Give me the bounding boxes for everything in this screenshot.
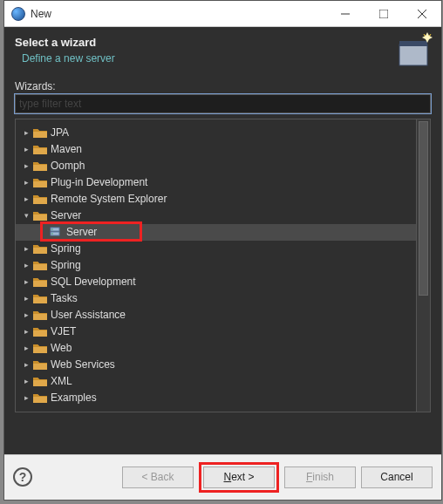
svg-rect-5 [399,41,427,46]
chevron-right-icon[interactable]: ▸ [21,261,31,269]
svg-point-10 [51,228,53,230]
tree-item-label: Spring [51,259,81,271]
wizard-tree[interactable]: ▸JPA▸Maven▸Oomph▸Plug-in Development▸Rem… [16,119,416,412]
chevron-right-icon[interactable]: ▸ [21,393,31,402]
tree-item-label: Examples [51,392,97,404]
tree-item[interactable]: ▸Web Services [16,357,416,373]
folder-icon [33,358,47,371]
tree-container: ▸JPA▸Maven▸Oomph▸Plug-in Development▸Rem… [15,119,431,412]
chevron-right-icon[interactable]: ▸ [21,377,31,385]
tree-item[interactable]: ▸User Assistance [16,307,416,324]
chevron-right-icon[interactable]: ▸ [21,294,31,303]
tree-item[interactable]: ▸Remote System Explorer [16,191,416,208]
tree-item-label: Server [66,226,97,238]
chevron-right-icon[interactable]: ▸ [21,360,31,369]
folder-icon [33,160,47,172]
chevron-right-icon[interactable]: ▸ [21,327,31,336]
wizard-header: Select a wizard Define a new server [4,27,441,73]
tree-item[interactable]: ▸Web [16,340,416,357]
folder-icon [33,276,47,288]
chevron-down-icon[interactable]: ▾ [21,211,31,220]
tree-item-label: Remote System Explorer [51,193,167,205]
tree-item[interactable]: ▸Maven [16,141,416,158]
tree-item-label: Maven [51,143,82,155]
back-button[interactable]: < Back [122,467,194,488]
tree-item-label: Plug-in Development [51,176,147,188]
tree-item[interactable]: ▸Oomph [16,158,416,174]
chevron-right-icon[interactable]: ▸ [21,194,31,203]
wizard-banner-icon [398,32,434,72]
window-title: New [31,8,326,20]
titlebar: New [4,1,441,27]
chevron-right-icon[interactable]: ▸ [21,277,31,286]
tree-item[interactable]: ▸Plug-in Development [16,174,416,191]
wizard-body: Wizards: ▸JPA▸Maven▸Oomph▸Plug-in Develo… [4,73,441,454]
tree-item[interactable]: ▾Server [16,208,416,224]
tree-item-label: Server [51,209,81,221]
folder-icon [33,309,47,321]
scrollbar[interactable] [416,119,430,412]
chevron-right-icon[interactable]: ▸ [21,128,31,137]
highlight-next: Next > [199,462,279,493]
close-button[interactable] [403,1,441,26]
tree-item-label: Web [51,342,72,354]
tree-item[interactable]: ▸VJET [16,324,416,340]
tree-item[interactable]: ▸XML [16,373,416,390]
chevron-right-icon[interactable]: ▸ [21,178,31,187]
tree-item[interactable]: ▸Spring [16,241,416,257]
server-icon [49,226,63,238]
tree-item[interactable]: Server [16,224,416,241]
tree-item-label: JPA [51,126,69,139]
svg-rect-4 [399,44,427,65]
tree-item-label: Spring [51,242,81,255]
cancel-button[interactable]: Cancel [361,467,433,488]
tree-item-label: Tasks [51,292,78,304]
filter-input[interactable] [15,94,431,113]
folder-icon [33,325,47,337]
chevron-right-icon[interactable]: ▸ [21,344,31,352]
tree-item[interactable]: ▸SQL Development [16,274,416,290]
tree-item-label: XML [51,375,72,387]
tree-item-label: User Assistance [51,309,126,321]
next-button[interactable]: Next > [203,467,275,488]
folder-icon [33,193,47,205]
tree-item-label: SQL Development [51,276,136,288]
tree-item[interactable]: ▸Tasks [16,290,416,307]
folder-icon [33,242,47,255]
dialog-window: New Select a wizard Define a new server … [3,0,442,501]
chevron-right-icon[interactable]: ▸ [21,161,31,170]
folder-icon [33,176,47,188]
button-bar: ? < Back Next > Finish Cancel [4,454,441,500]
scrollbar-thumb[interactable] [419,121,428,296]
folder-icon [33,259,47,271]
tree-item-label: Web Services [51,358,115,371]
svg-point-11 [51,233,53,235]
finish-button[interactable]: Finish [284,467,356,488]
minimize-button[interactable] [326,1,365,26]
folder-icon [33,209,47,221]
chevron-right-icon[interactable]: ▸ [21,145,31,153]
folder-icon [33,292,47,304]
app-icon [11,7,25,21]
folder-icon [33,375,47,387]
folder-icon [33,392,47,404]
maximize-button[interactable] [365,1,403,26]
help-button[interactable]: ? [13,467,32,487]
folder-icon [33,126,47,139]
tree-item[interactable]: ▸JPA [16,125,416,141]
tree-item-label: VJET [51,325,76,337]
chevron-right-icon[interactable]: ▸ [21,310,31,319]
chevron-right-icon[interactable]: ▸ [21,244,31,253]
folder-icon [33,143,47,155]
svg-rect-1 [379,10,388,18]
spacer [15,412,431,444]
wizards-label: Wizards: [15,80,431,92]
tree-item[interactable]: ▸Spring [16,257,416,274]
wizard-title: Select a wizard [15,36,431,49]
tree-item-label: Oomph [51,160,85,172]
tree-item[interactable]: ▸Examples [16,390,416,406]
wizard-subtitle: Define a new server [15,52,431,65]
folder-icon [33,342,47,354]
